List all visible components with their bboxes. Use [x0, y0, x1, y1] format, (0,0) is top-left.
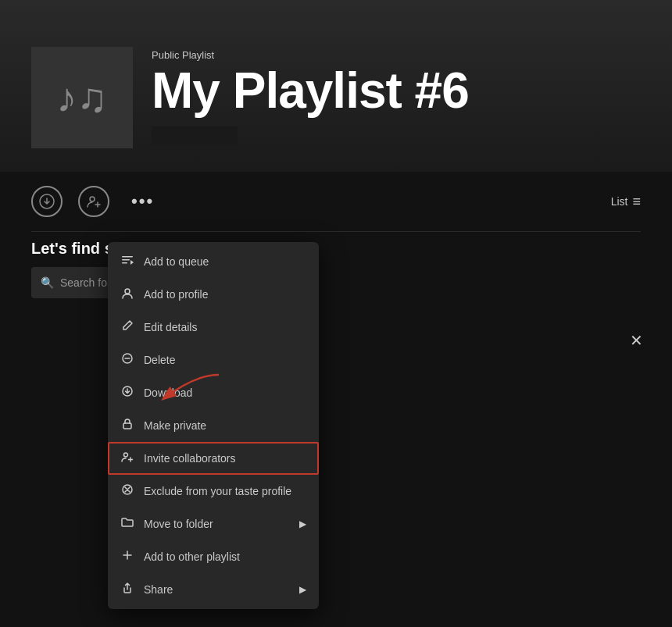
exclude-icon	[120, 483, 134, 499]
list-label: List	[611, 195, 628, 208]
list-view-button[interactable]: List ≡	[611, 194, 641, 210]
arrow-right-icon: ▶	[299, 518, 306, 529]
more-options-button[interactable]: •••	[125, 188, 160, 215]
add-friend-icon	[86, 194, 102, 209]
more-dots-label: •••	[131, 191, 154, 211]
download-menu-icon	[120, 385, 134, 401]
menu-label-add-to-other-playlist: Add to other playlist	[144, 550, 306, 563]
header-area: ♪♫ Public Playlist My Playlist #6	[0, 0, 672, 172]
menu-item-add-to-queue[interactable]: Add to queue	[108, 245, 319, 278]
menu-label-download: Download	[144, 387, 306, 399]
list-icon: ≡	[632, 194, 641, 210]
plus-icon	[120, 549, 134, 565]
download-icon	[39, 194, 55, 209]
menu-label-exclude-taste: Exclude from your taste profile	[144, 485, 306, 497]
menu-label-move-to-folder: Move to folder	[144, 518, 290, 530]
album-art: ♪♫	[31, 47, 133, 148]
menu-item-edit-details[interactable]: Edit details	[108, 311, 319, 344]
close-button[interactable]: ✕	[624, 328, 649, 353]
svg-rect-5	[122, 262, 127, 264]
menu-label-edit-details: Edit details	[144, 321, 306, 333]
folder-icon	[120, 516, 134, 532]
context-menu: Add to queue Add to profile Edit details…	[108, 242, 319, 609]
playlist-title: My Playlist #6	[152, 66, 469, 116]
collab-icon	[120, 451, 134, 466]
edit-icon	[120, 319, 134, 335]
profile-icon	[120, 287, 134, 302]
music-note-icon: ♪♫	[57, 74, 108, 121]
menu-label-invite-collaborators: Invite collaborators	[144, 452, 306, 465]
find-songs-section: Let's find so 🔍 Search for so	[0, 240, 672, 298]
menu-item-add-to-other-playlist[interactable]: Add to other playlist	[108, 540, 319, 573]
menu-label-make-private: Make private	[144, 419, 306, 432]
share-arrow-right-icon: ▶	[299, 584, 306, 595]
menu-item-exclude-taste[interactable]: Exclude from your taste profile	[108, 475, 319, 508]
svg-point-7	[125, 289, 130, 294]
svg-point-1	[90, 197, 95, 201]
search-icon: 🔍	[41, 276, 54, 289]
divider	[31, 231, 641, 232]
menu-item-make-private[interactable]: Make private	[108, 409, 319, 442]
svg-rect-4	[122, 259, 130, 261]
menu-item-share[interactable]: Share ▶	[108, 573, 319, 606]
controls-row: ••• List ≡	[0, 172, 672, 231]
queue-icon	[120, 254, 134, 269]
menu-label-share: Share	[144, 583, 290, 596]
menu-label-add-to-queue: Add to queue	[144, 255, 306, 268]
blurred-owner-bar	[152, 126, 238, 145]
lock-icon	[120, 418, 134, 433]
add-friend-button[interactable]	[78, 186, 109, 217]
menu-item-download[interactable]: Download	[108, 376, 319, 409]
menu-item-delete[interactable]: Delete	[108, 344, 319, 376]
svg-point-11	[124, 453, 128, 457]
header-info: Public Playlist My Playlist #6	[152, 49, 469, 148]
download-button[interactable]	[31, 186, 63, 217]
menu-item-move-to-folder[interactable]: Move to folder ▶	[108, 508, 319, 540]
menu-label-delete: Delete	[144, 354, 306, 366]
svg-rect-10	[123, 423, 131, 429]
svg-rect-3	[122, 256, 133, 258]
menu-item-add-to-profile[interactable]: Add to profile	[108, 278, 319, 311]
delete-icon	[120, 352, 134, 368]
share-icon	[120, 582, 134, 597]
playlist-type: Public Playlist	[152, 49, 469, 61]
menu-label-add-to-profile: Add to profile	[144, 288, 306, 301]
svg-marker-6	[130, 260, 134, 265]
menu-item-invite-collaborators[interactable]: Invite collaborators	[108, 442, 319, 475]
